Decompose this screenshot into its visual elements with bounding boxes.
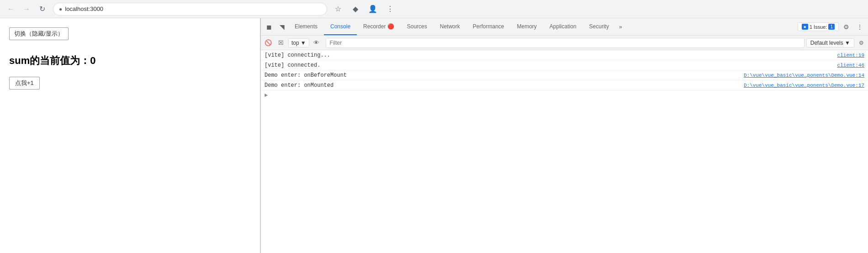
- bookmark-button[interactable]: ☆: [332, 3, 344, 16]
- tab-more-button[interactable]: »: [615, 18, 626, 35]
- console-line: [vite] connected. client:46: [261, 60, 868, 70]
- tab-security[interactable]: Security: [583, 18, 615, 35]
- toggle-button[interactable]: 切换（隐藏/显示）: [9, 27, 69, 40]
- console-line-source[interactable]: client:19: [837, 53, 864, 58]
- reload-button[interactable]: ↻: [36, 3, 48, 16]
- console-line-source[interactable]: D:\vue\vue_basic\vue…ponents\Demo.vue:14: [744, 73, 864, 78]
- console-settings-button[interactable]: ⚙: [856, 38, 866, 48]
- tab-console[interactable]: Console: [324, 18, 357, 35]
- console-toolbar: 🚫 ☒ top ▼ 👁 Default levels ▼ ⚙: [261, 36, 868, 50]
- tab-memory[interactable]: Memory: [511, 18, 543, 35]
- main-layout: 切换（隐藏/显示） sum的当前值为：0 点我+1 ◼ ◥ Elements C…: [0, 18, 868, 253]
- top-dropdown-icon: ▼: [301, 40, 306, 46]
- url-text: localhost:3000: [65, 5, 103, 12]
- devtools-inspect-button[interactable]: ◼: [263, 21, 275, 33]
- console-line-text: [vite] connecting...: [265, 52, 837, 58]
- console-line-text: [vite] connected.: [265, 62, 837, 69]
- console-eye-button[interactable]: 👁: [311, 37, 322, 48]
- tab-network[interactable]: Network: [434, 18, 466, 35]
- back-button[interactable]: ←: [5, 3, 17, 16]
- console-line: Demo enter: onBeforeMount D:\vue\vue_bas…: [261, 70, 868, 80]
- tab-application[interactable]: Application: [543, 18, 583, 35]
- issues-icon: ●: [802, 24, 808, 30]
- browser-actions: ☆ ◆ 👤 ⋮: [332, 3, 397, 16]
- devtools-tabs: Elements Console Recorder 🔴 Sources Netw…: [288, 18, 798, 35]
- menu-button[interactable]: ⋮: [384, 3, 397, 16]
- console-line-source[interactable]: client:46: [837, 63, 864, 68]
- devtools-panel: ◼ ◥ Elements Console Recorder 🔴 Sources …: [260, 18, 868, 253]
- prompt-arrow-icon: ►: [265, 92, 268, 99]
- top-context-selector[interactable]: top ▼: [288, 38, 309, 47]
- console-line: Demo enter: onMounted D:\vue\vue_basic\v…: [261, 80, 868, 90]
- forward-button[interactable]: →: [20, 3, 33, 16]
- console-filter-input[interactable]: [326, 38, 804, 48]
- devtools-device-button[interactable]: ◥: [275, 21, 288, 33]
- devtools-toolbar: ◼ ◥ Elements Console Recorder 🔴 Sources …: [261, 18, 868, 36]
- top-label: top: [291, 40, 299, 46]
- extensions-button[interactable]: ◆: [349, 3, 362, 16]
- default-levels-label: Default levels ▼: [810, 40, 850, 46]
- issues-count: 1: [828, 24, 835, 30]
- console-prompt: ►: [261, 90, 868, 100]
- console-line: [vite] connecting... client:19: [261, 50, 868, 60]
- console-filter-button[interactable]: ☒: [275, 37, 286, 48]
- console-line-text: Demo enter: onMounted: [265, 82, 744, 89]
- browser-chrome: ← → ↻ ● localhost:3000 ☆ ◆ 👤 ⋮: [0, 0, 868, 18]
- nav-buttons: ← → ↻: [5, 3, 48, 16]
- issues-label: 1 Issue:: [810, 24, 827, 30]
- console-line-text: Demo enter: onBeforeMount: [265, 72, 744, 79]
- console-clear-button[interactable]: 🚫: [263, 37, 274, 48]
- tab-sources[interactable]: Sources: [401, 18, 434, 35]
- devtools-more-button[interactable]: ⋮: [853, 21, 866, 33]
- tab-performance[interactable]: Performance: [466, 18, 511, 35]
- issues-badge[interactable]: ● 1 Issue: 1: [798, 22, 839, 31]
- tab-elements[interactable]: Elements: [288, 18, 324, 35]
- profile-button[interactable]: 👤: [366, 3, 379, 16]
- address-bar[interactable]: ● localhost:3000: [53, 3, 327, 16]
- devtools-right-actions: ● 1 Issue: 1 ⚙ ⋮: [798, 21, 866, 33]
- tab-recorder[interactable]: Recorder 🔴: [357, 18, 401, 35]
- page-content: 切换（隐藏/显示） sum的当前值为：0 点我+1: [0, 18, 260, 253]
- console-output: [vite] connecting... client:19 [vite] co…: [261, 50, 868, 253]
- sum-display: sum的当前值为：0: [9, 54, 251, 68]
- console-line-source[interactable]: D:\vue\vue_basic\vue…ponents\Demo.vue:17: [744, 83, 864, 88]
- click-button[interactable]: 点我+1: [9, 77, 40, 90]
- lock-icon: ●: [59, 6, 62, 12]
- devtools-settings-button[interactable]: ⚙: [840, 21, 852, 33]
- default-levels-dropdown[interactable]: Default levels ▼: [806, 38, 854, 47]
